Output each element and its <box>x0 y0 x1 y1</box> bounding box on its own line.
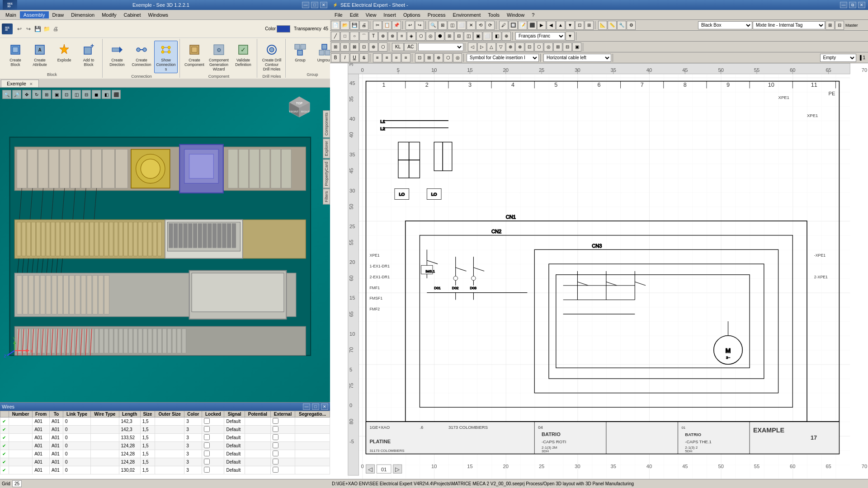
see-menu-options[interactable]: Options <box>400 11 424 19</box>
snap-btn[interactable]: ⊞ <box>331 42 340 52</box>
tb17[interactable]: ▼ <box>566 21 575 30</box>
exemple-tab[interactable]: Exemple ✕ <box>1 80 39 87</box>
tb3[interactable]: 🔍 <box>429 21 438 30</box>
save-btn[interactable]: 💾 <box>33 25 42 33</box>
see-tb-extra2[interactable]: ⊟ <box>835 21 844 30</box>
see-menu-help[interactable]: ? <box>528 11 538 19</box>
col-signal[interactable]: Signal <box>224 411 245 418</box>
symbol-tb11[interactable]: ⬡ <box>443 53 453 62</box>
col-potential[interactable]: Potential <box>245 411 270 418</box>
draw-line-btn[interactable]: ╱ <box>331 32 340 41</box>
tb3-12[interactable]: ⊗ <box>515 42 524 52</box>
draw-tb19[interactable]: ⊕ <box>502 32 511 41</box>
menu-assembly[interactable]: Assembly <box>20 11 49 19</box>
align-left[interactable]: ≡ <box>373 53 382 62</box>
symbol-tb12[interactable]: ◎ <box>453 53 462 62</box>
see-menu-view[interactable]: View <box>362 11 380 19</box>
redo-btn[interactable]: ↪ <box>24 25 33 33</box>
render-btn[interactable]: ⬛ <box>112 90 121 99</box>
col-size[interactable]: Size <box>140 411 155 418</box>
tb4[interactable]: ⊞ <box>438 21 447 30</box>
wires-maximize[interactable]: □ <box>312 404 319 410</box>
save-file-btn[interactable]: 💾 <box>350 21 359 30</box>
table-row[interactable]: ✔ A01 A01 0 142,3 1,5 3 Default <box>0 418 330 426</box>
menu-dimension[interactable]: Dimension <box>67 11 98 19</box>
add-to-block-btn[interactable]: + Add to Block <box>77 41 100 68</box>
tb3-16[interactable]: ⊞ <box>553 42 562 52</box>
create-direction-btn[interactable]: Create Direction <box>105 41 129 68</box>
menu-cabinet[interactable]: Cabinet <box>120 11 145 19</box>
menu-main[interactable]: Main <box>2 11 20 19</box>
wire-btn[interactable]: ⊟ <box>82 90 91 99</box>
rotate-btn[interactable]: ↻ <box>32 90 41 99</box>
symbol-tb8[interactable]: ⊡ <box>415 53 424 62</box>
symbol-tb2[interactable]: I <box>340 53 349 62</box>
create-attribute-btn[interactable]: A Create Attribute <box>28 41 52 68</box>
tab-close-btn[interactable]: ✕ <box>29 82 33 86</box>
see-restore[interactable]: ⧉ <box>849 2 856 8</box>
undo-btn2[interactable]: ↩ <box>406 21 415 30</box>
draw-tb9[interactable]: ◈ <box>407 32 416 41</box>
col-link-type[interactable]: Link Type <box>63 411 90 418</box>
align-right[interactable]: ≡ <box>392 53 401 62</box>
wires-minimize[interactable]: — <box>303 404 310 410</box>
symbol-combo[interactable]: Symbol for Cable insertion I <box>467 54 539 62</box>
explode-btn[interactable]: Explode <box>52 41 76 68</box>
tb3-15[interactable]: ◎ <box>544 42 553 52</box>
tb23[interactable]: ⚙ <box>627 21 636 30</box>
align-justify[interactable]: ≡ <box>401 53 410 62</box>
top-btn[interactable]: ⊡ <box>62 90 71 99</box>
new-btn[interactable]: 📄 <box>331 21 340 30</box>
draw-text-btn[interactable]: T <box>369 32 378 41</box>
see-menu-process[interactable]: Process <box>424 11 449 19</box>
show-connections-btn[interactable]: Show Connections <box>154 41 178 73</box>
mixte-line-combo[interactable]: Mixte line - Internal Tag <box>753 21 825 29</box>
minimize-btn[interactable]: — <box>302 2 309 8</box>
tb3-9[interactable]: △ <box>487 42 496 52</box>
table-row[interactable]: ✔ A01 A01 0 124,28 1,5 3 Default <box>0 442 330 450</box>
create-drill-contour-btn[interactable]: Create Drill Contour Drill Holes <box>260 41 283 73</box>
open-btn[interactable]: 📁 <box>42 25 51 33</box>
tb3-8[interactable]: ▷ <box>477 42 486 52</box>
col-segregation[interactable]: Segregatio... <box>295 411 330 418</box>
draw-rect-btn[interactable]: □ <box>340 32 349 41</box>
tb5[interactable]: ◫ <box>448 21 457 30</box>
symbol-tb4[interactable]: S̶ <box>359 53 368 62</box>
paste-btn[interactable]: 📌 <box>392 21 401 30</box>
see-menu-environment[interactable]: Environment <box>449 11 485 19</box>
draw-tb12[interactable]: ⬢ <box>435 32 444 41</box>
wires-table[interactable]: Number From To Link Type Wire Type Lengt… <box>0 411 330 479</box>
obj-snap-btn[interactable]: ⊕ <box>369 42 378 52</box>
tb3-18[interactable]: ▣ <box>572 42 581 52</box>
pan-btn[interactable]: ✥ <box>22 90 31 99</box>
table-row[interactable]: ✔ A01 A01 0 130,02 1,5 3 Default <box>0 466 330 474</box>
validate-definition-btn[interactable]: ✓ Validate Definition <box>231 41 255 68</box>
tb3-14[interactable]: ⬡ <box>534 42 543 52</box>
col-locked[interactable]: Locked <box>202 411 224 418</box>
tb9[interactable]: ⟳ <box>486 21 495 30</box>
col-wire-type[interactable]: Wire Type <box>91 411 119 418</box>
tb3-11[interactable]: ⊕ <box>506 42 515 52</box>
see-menu-insert[interactable]: Insert <box>380 11 400 19</box>
group-btn[interactable]: Group <box>288 41 312 68</box>
wires-close[interactable]: ✕ <box>321 404 328 410</box>
print-file-btn[interactable]: 🖨 <box>359 21 368 30</box>
schematic-view[interactable]: 0 5 10 15 20 25 30 35 40 45 50 55 60 65 … <box>330 63 868 479</box>
tb10[interactable]: 🖊 <box>499 21 508 30</box>
table-row[interactable]: ✔ A01 A01 0 124,28 1,5 3 Default <box>0 458 330 466</box>
draw-tb15[interactable]: ◫ <box>464 32 473 41</box>
tb7[interactable]: ✕ <box>467 21 476 30</box>
table-row[interactable]: ✔ A01 A01 0 142,3 1,5 3 Default <box>0 426 330 434</box>
draw-tb13[interactable]: ⊞ <box>445 32 454 41</box>
draw-tb17[interactable]: ⬜ <box>483 32 492 41</box>
draw-tb18[interactable]: ◧ <box>492 32 501 41</box>
tb3-17[interactable]: ⊟ <box>563 42 572 52</box>
tb6[interactable]: ⬜ <box>457 21 466 30</box>
symbol-tb9[interactable]: ⊞ <box>425 53 434 62</box>
symbol-tb1[interactable]: B <box>331 53 340 62</box>
menu-modify[interactable]: Modify <box>98 11 120 19</box>
copy-btn[interactable]: 📋 <box>382 21 392 30</box>
draw-tb6[interactable]: ⊕ <box>378 32 387 41</box>
ungroup-btn[interactable]: Ungroup <box>313 41 330 68</box>
create-connection-btn[interactable]: Create Connection <box>130 41 153 68</box>
